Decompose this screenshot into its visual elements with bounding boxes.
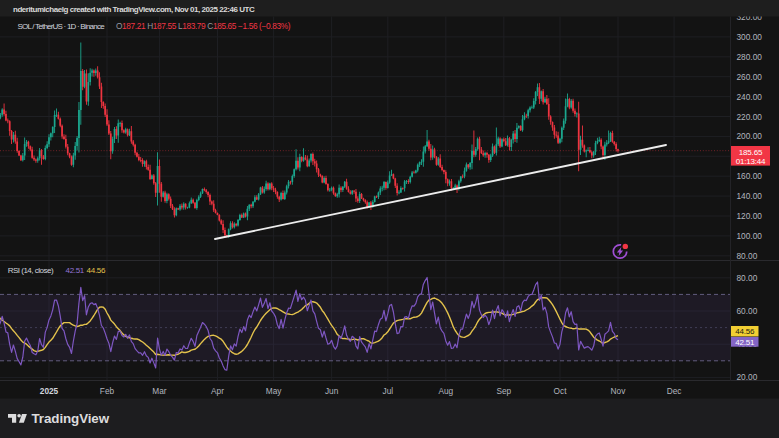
svg-text:Nov: Nov (611, 386, 627, 396)
svg-text:nderitumichaelg created with T: nderitumichaelg created with TradingView… (13, 5, 255, 14)
svg-text:80.00: 80.00 (737, 251, 758, 261)
svg-text:O187.21 H187.55 L183.79 C185.6: O187.21 H187.55 L183.79 C185.65 −1.56 (−… (116, 21, 291, 31)
svg-text:260.00: 260.00 (737, 72, 763, 82)
svg-text:Sep: Sep (496, 386, 511, 396)
svg-text:Feb: Feb (100, 386, 115, 396)
svg-text:TradingView: TradingView (32, 411, 110, 426)
svg-text:100.00: 100.00 (737, 231, 763, 241)
svg-text:300.00: 300.00 (737, 32, 763, 42)
svg-text:Aug: Aug (438, 386, 453, 396)
svg-text:200.00: 200.00 (737, 131, 763, 141)
svg-text:42.51: 42.51 (66, 266, 85, 275)
svg-text:May: May (266, 386, 283, 396)
svg-text:240.00: 240.00 (737, 92, 763, 102)
svg-text:01:13:44: 01:13:44 (736, 157, 766, 166)
svg-text:280.00: 280.00 (737, 52, 763, 62)
svg-text:Dec: Dec (667, 386, 682, 396)
svg-text:20.00: 20.00 (737, 372, 758, 382)
svg-text:SOL / TetherUS · 1D · Binance: SOL / TetherUS · 1D · Binance (18, 22, 106, 31)
svg-text:80.00: 80.00 (737, 273, 758, 283)
svg-text:42.51: 42.51 (735, 338, 755, 347)
svg-text:44.56: 44.56 (87, 266, 106, 275)
svg-text:140.00: 140.00 (737, 191, 763, 201)
svg-text:Jul: Jul (382, 386, 393, 396)
svg-text:160.00: 160.00 (737, 171, 763, 181)
svg-text:Jun: Jun (325, 386, 339, 396)
svg-text:120.00: 120.00 (737, 211, 763, 221)
svg-text:Mar: Mar (152, 386, 167, 396)
svg-text:2025: 2025 (40, 386, 59, 396)
svg-text:RSI (14, close): RSI (14, close) (8, 266, 54, 275)
svg-text:Apr: Apr (211, 386, 224, 396)
svg-text:44.56: 44.56 (735, 327, 755, 336)
svg-text:Oct: Oct (554, 386, 568, 396)
svg-text:60.00: 60.00 (737, 306, 758, 316)
svg-text:185.65: 185.65 (739, 148, 763, 157)
svg-text:220.00: 220.00 (737, 112, 763, 122)
